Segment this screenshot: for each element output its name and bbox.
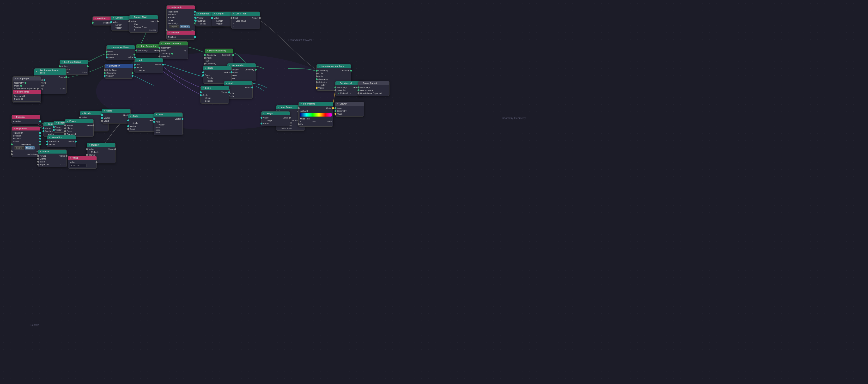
- node-value1-header: ▼ Value: [68, 156, 96, 160]
- node-length3-header: ▼ Length: [261, 112, 290, 115]
- float-greater-label: Float Greater 500.000: [288, 38, 312, 41]
- node-power2[interactable]: ▼ Power Power Value Clamp Base Exponent …: [38, 149, 67, 167]
- node-viewer[interactable]: ▼ Viewer Auto Geometry Value: [335, 102, 364, 117]
- node-delete-geo1-header: ▼ Delete Geometry: [159, 41, 188, 46]
- value1-input[interactable]: [70, 164, 87, 167]
- node-power2-header: ▼ Power: [38, 150, 66, 153]
- node-add3-header: ▼ Add: [154, 113, 183, 117]
- node-set-point-radius-header: ▼ Set Point Radius: [60, 60, 88, 64]
- node-scale4[interactable]: ▼ Scale Vector Scale Vector Scale: [128, 114, 157, 132]
- label-position: Position: [103, 22, 111, 24]
- node-scene-time-header: ▼ Scene Time: [13, 90, 41, 94]
- node-group-input-header: ▼ Group Input: [13, 77, 41, 81]
- node-object-info1-header: ▼ Object Info: [167, 5, 195, 9]
- node-normalize[interactable]: ▼ Normalize Normalize Vector Vector: [47, 135, 76, 147]
- node-group-output[interactable]: ▼ Group Output Geometry Use Instance Gra…: [358, 81, 390, 96]
- node-scale3[interactable]: ▼ Scale Scale Vector Scale: [102, 109, 131, 123]
- node-scale1-header: ▼ Scale: [203, 66, 231, 70]
- node-greater-than-header: ▼ Greater Than: [129, 15, 158, 19]
- relative-label: Relative: [30, 324, 39, 326]
- node-length3[interactable]: ▼ Length Value Value Length Vector: [261, 111, 290, 126]
- node-editor-canvas: ▼ Position Position ▼ Length Value Value…: [0, 0, 868, 384]
- node-delete-geo2-header: ▼ Delete Geometry: [205, 49, 233, 53]
- node-group-output-header: ▼ Group Output: [359, 81, 389, 85]
- node-power1-header: ▼ Power: [65, 119, 93, 123]
- tab-original2[interactable]: Original: [14, 146, 24, 149]
- geometry-label: Geometry Geometry: [502, 117, 526, 119]
- node-add3[interactable]: ▼ Add Vector Add Vector 0.000 0.000 0.00…: [154, 113, 183, 135]
- node-position3[interactable]: ▼ Position Position: [11, 115, 40, 124]
- node-scale4-header: ▼ Scale: [128, 114, 157, 118]
- socket-position1-in: [92, 22, 94, 24]
- set-point-radius-val: 0.5 m: [82, 71, 87, 73]
- node-position2-header: ▼ Position: [167, 31, 195, 35]
- node-less-than-header: ▼ Less Than: [231, 12, 260, 16]
- node-scale2[interactable]: ▼ Scale Vector Scale Vector Scale: [200, 86, 229, 104]
- node-scene-time[interactable]: ▼ Scene Time Seconds Frame: [12, 90, 41, 102]
- tab-relative2[interactable]: Relative: [25, 146, 35, 149]
- node-object-info2-header: ▼ Object Info: [12, 127, 40, 130]
- color-ramp-gradient: [300, 113, 332, 117]
- node-position3-header: ▼ Position: [12, 115, 40, 119]
- node-delete-geo1[interactable]: ▼ Delete Geometry Geometry Point All Geo…: [159, 41, 188, 59]
- node-greater-than-title: Greater Than: [134, 16, 147, 18]
- node-capture-attr-header: ▼ Capture Attribute: [106, 46, 135, 49]
- node-normalize-header: ▼ Normalize: [47, 135, 75, 139]
- sock-l1-value-in: [110, 21, 112, 23]
- node-simulation[interactable]: ▼ Simulation Delta Time Geometry velocit…: [104, 64, 133, 79]
- node-scale3-header: ▼ Scale: [102, 109, 130, 113]
- node-capture-attr[interactable]: ▼ Capture Attribute Point Geometry Value…: [106, 45, 135, 60]
- node-less-than[interactable]: ▼ Less Than Float Result Less Than A B: [231, 11, 260, 29]
- greater-than-value: 500.000: [149, 29, 156, 31]
- node-color-ramp-header: ▼ Color Ramp: [299, 102, 333, 106]
- node-color-ramp[interactable]: ▼ Color Ramp Color Alpha HSVNear B Pos 0…: [299, 102, 333, 127]
- node-length1-title: Length: [116, 17, 123, 19]
- node-add2-header: ▼ Add: [224, 81, 252, 85]
- tab-original[interactable]: Original: [169, 25, 179, 28]
- node-value1[interactable]: ▼ Value Value: [68, 156, 97, 169]
- tab-relative[interactable]: Relative: [180, 25, 190, 28]
- node-add1[interactable]: ▼ Add Add Vector Vector Vector: [134, 58, 163, 73]
- sock-gt-out: [157, 21, 159, 22]
- node-object-info2[interactable]: ▼ Object Info Transform Location Rotatio…: [11, 126, 40, 157]
- node-viewer-header: ▼ Viewer: [335, 102, 364, 106]
- node-store-named-attr-header: ▼ Store Named Attribute: [317, 64, 351, 68]
- node-scale2-header: ▼ Scale: [201, 86, 229, 90]
- node-greater-than[interactable]: ▼ Greater Than Value Result Float Greate…: [129, 15, 158, 33]
- node-add1-header: ▼ Add: [135, 58, 163, 62]
- node-simulation-header: ▼ Simulation: [105, 64, 133, 68]
- sock-gt-in: [128, 21, 130, 22]
- node-power1[interactable]: ▼ Power Power Value Clamp Base Exponent: [65, 119, 94, 137]
- node-distribute-pts-header: ▼ Distribute Points on Faces: [34, 68, 66, 75]
- node-position1-title: Position: [97, 17, 106, 20]
- node-position2[interactable]: ▼ Position Position: [166, 31, 195, 40]
- node-multiply-header: ▼ Multiply: [87, 143, 115, 147]
